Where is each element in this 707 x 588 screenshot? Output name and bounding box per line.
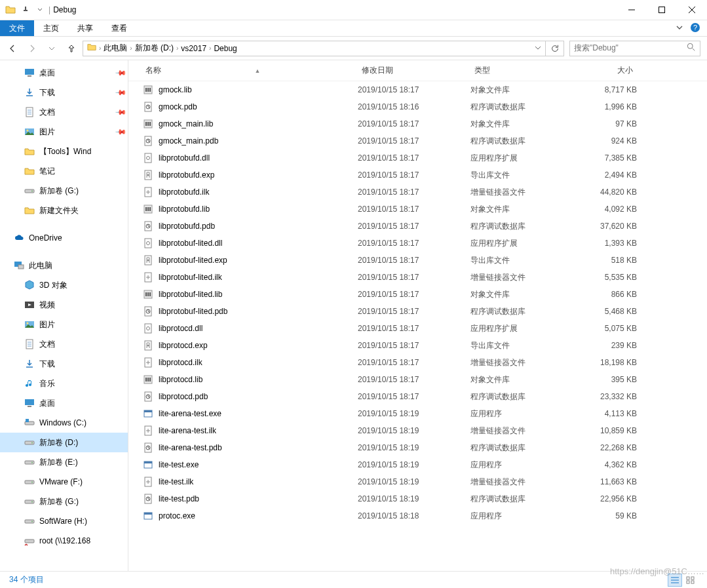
ribbon-tab-file[interactable]: 文件 <box>0 20 34 36</box>
file-type: 应用程序 <box>470 511 571 522</box>
ribbon-expand-icon[interactable] <box>676 24 683 33</box>
tree-item[interactable]: 下载📌 <box>0 83 128 102</box>
tree-item[interactable]: 新建文件夹 <box>0 201 128 220</box>
chevron-right-icon[interactable]: › <box>175 45 180 52</box>
chevron-right-icon[interactable]: › <box>98 45 102 52</box>
sort-asc-icon: ▲ <box>255 68 261 74</box>
tree-item[interactable]: 文档📌 <box>0 102 128 122</box>
chevron-right-icon[interactable]: › <box>128 45 133 52</box>
file-name: lite-arena-test.ilk <box>159 426 358 435</box>
file-row[interactable]: protoc.exe2019/10/15 18:18应用程序59 KB <box>128 507 707 524</box>
file-row[interactable]: gmock.pdb2019/10/15 18:16程序调试数据库1,996 KB <box>128 98 707 115</box>
tree-item[interactable]: 文档 <box>0 334 128 354</box>
file-row[interactable]: lite-test.pdb2019/10/15 18:19程序调试数据库22,9… <box>128 490 707 507</box>
cloud-icon <box>13 233 25 243</box>
breadcrumb-item[interactable]: vs2017 <box>180 41 208 56</box>
close-button[interactable] <box>677 0 707 20</box>
file-row[interactable]: libprotobufd.dll2019/10/15 18:17应用程序扩展7,… <box>128 149 707 167</box>
breadcrumb-item[interactable]: 此电脑 <box>102 41 128 56</box>
tree-item[interactable]: SoftWare (H:) <box>0 511 128 531</box>
file-row[interactable]: gmock_main.lib2019/10/15 18:17对象文件库97 KB <box>128 115 707 132</box>
tree-item[interactable]: 视频 <box>0 295 128 315</box>
column-header-name[interactable]: 名称▲ <box>142 65 358 76</box>
help-icon[interactable]: ? <box>690 22 700 35</box>
file-row[interactable]: lite-arena-test.pdb2019/10/15 18:19程序调试数… <box>128 439 707 456</box>
nav-history-dropdown[interactable] <box>46 43 58 54</box>
view-icons-button[interactable] <box>683 574 698 587</box>
tree-item[interactable]: 此电脑 <box>0 256 128 275</box>
tree-item[interactable]: 【Tools】Wind <box>0 142 128 161</box>
tree-item[interactable]: OneDrive <box>0 228 128 248</box>
file-list[interactable]: gmock.lib2019/10/15 18:17对象文件库8,717 KBgm… <box>128 81 707 571</box>
file-type: 对象文件库 <box>470 374 571 385</box>
tree-item[interactable]: 音乐 <box>0 374 128 393</box>
file-row[interactable]: libprotocd.dll2019/10/15 18:17应用程序扩展5,07… <box>128 320 707 337</box>
nav-up-button[interactable] <box>66 43 77 54</box>
navigation-pane[interactable]: 桌面📌下载📌文档📌图片📌【Tools】Wind笔记新加卷 (G:)新建文件夹On… <box>0 60 128 571</box>
file-row[interactable]: gmock_main.pdb2019/10/15 18:17程序调试数据库924… <box>128 132 707 149</box>
file-row[interactable]: libprotobufd.exp2019/10/15 18:17导出库文件2,4… <box>128 167 707 184</box>
file-name: libprotobufd.dll <box>159 153 358 163</box>
file-row[interactable]: lite-test.exe2019/10/15 18:19应用程序4,362 K… <box>128 456 707 473</box>
file-row[interactable]: libprotobuf-lited.lib2019/10/15 18:17对象文… <box>128 286 707 303</box>
breadcrumb-item[interactable]: Debug <box>212 41 238 56</box>
file-row[interactable]: lite-arena-test.exe2019/10/15 18:19应用程序4… <box>128 405 707 422</box>
file-row[interactable]: libprotobuf-lited.pdb2019/10/15 18:17程序调… <box>128 303 707 320</box>
tree-item[interactable]: 笔记 <box>0 161 128 181</box>
file-row[interactable]: libprotobuf-lited.exp2019/10/15 18:17导出库… <box>128 252 707 269</box>
qat-dropdown-icon[interactable] <box>34 3 46 17</box>
tree-item[interactable]: 桌面 <box>0 393 128 413</box>
view-details-button[interactable] <box>668 574 682 587</box>
nav-forward-button[interactable] <box>26 43 38 54</box>
file-row[interactable]: lite-arena-test.ilk2019/10/15 18:19增量链接器… <box>128 422 707 439</box>
file-name: gmock_main.pdb <box>159 136 358 146</box>
refresh-button[interactable] <box>546 41 564 56</box>
svg-rect-63 <box>145 292 147 296</box>
tree-item[interactable]: 下载 <box>0 354 128 374</box>
file-row[interactable]: libprotobuf-lited.ilk2019/10/15 18:17增量链… <box>128 269 707 286</box>
file-row[interactable]: libprotobufd.lib2019/10/15 18:17对象文件库4,0… <box>128 201 707 218</box>
ribbon-tab-view[interactable]: 查看 <box>102 20 136 36</box>
ribbon: 文件 主页 共享 查看 ? <box>0 20 707 37</box>
tree-item[interactable]: Windows (C:) <box>0 413 128 433</box>
tree-item[interactable]: 新加卷 (E:) <box>0 452 128 472</box>
file-name: libprotobufd.pdb <box>159 222 358 231</box>
file-row[interactable]: libprotobufd.ilk2019/10/15 18:17增量链接器文件4… <box>128 184 707 201</box>
column-header-type[interactable]: 类型 <box>470 65 571 76</box>
file-row[interactable]: libprotocd.lib2019/10/15 18:17对象文件库395 K… <box>128 371 707 388</box>
ribbon-tab-home[interactable]: 主页 <box>34 20 68 36</box>
nav-back-button[interactable] <box>7 43 18 54</box>
breadcrumb-bar[interactable]: › 此电脑 › 新加卷 (D:) › vs2017 › Debug <box>83 41 546 56</box>
file-row[interactable]: libprotocd.pdb2019/10/15 18:17程序调试数据库23,… <box>128 388 707 405</box>
tree-item[interactable]: 新加卷 (D:) <box>0 433 128 452</box>
tree-item[interactable]: 图片📌 <box>0 122 128 142</box>
tree-item[interactable]: 新加卷 (G:) <box>0 492 128 511</box>
file-row[interactable]: libprotocd.exp2019/10/15 18:17导出库文件239 K… <box>128 337 707 354</box>
tree-item[interactable]: 新加卷 (G:) <box>0 181 128 201</box>
file-row[interactable]: libprotocd.ilk2019/10/15 18:17增量链接器文件18,… <box>128 354 707 371</box>
chevron-right-icon[interactable]: › <box>208 45 212 52</box>
minimize-button[interactable] <box>617 0 647 20</box>
file-row[interactable]: libprotobuf-lited.dll2019/10/15 18:17应用程… <box>128 235 707 252</box>
search-input[interactable]: 搜索"Debug" <box>569 41 700 56</box>
column-header-size[interactable]: 大小 <box>571 65 637 76</box>
file-size: 10,859 KB <box>571 426 637 435</box>
ribbon-tab-share[interactable]: 共享 <box>68 20 102 36</box>
search-icon[interactable] <box>687 43 696 54</box>
file-row[interactable]: lite-test.ilk2019/10/15 18:19增量链接器文件11,6… <box>128 473 707 490</box>
qat-pin-icon[interactable] <box>20 3 31 17</box>
address-dropdown-icon[interactable] <box>531 44 545 53</box>
file-type: 程序调试数据库 <box>470 306 571 317</box>
tree-item[interactable]: root (\\192.168 <box>0 531 128 551</box>
maximize-button[interactable] <box>647 0 677 20</box>
file-row[interactable]: libprotobufd.pdb2019/10/15 18:17程序调试数据库3… <box>128 218 707 235</box>
svg-point-71 <box>147 345 149 347</box>
tree-item[interactable]: 图片 <box>0 315 128 334</box>
breadcrumb-item[interactable]: 新加卷 (D:) <box>134 41 175 56</box>
tree-item[interactable]: VMware (F:) <box>0 472 128 492</box>
tree-item[interactable]: 桌面📌 <box>0 63 128 83</box>
tree-item[interactable]: 3D 对象 <box>0 275 128 295</box>
column-header-date[interactable]: 修改日期 <box>358 65 470 76</box>
svg-rect-35 <box>145 88 147 92</box>
file-row[interactable]: gmock.lib2019/10/15 18:17对象文件库8,717 KB <box>128 81 707 98</box>
